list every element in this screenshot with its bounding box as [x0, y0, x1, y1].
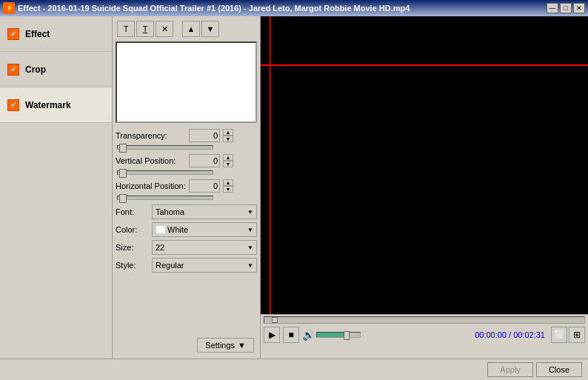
view-fullscreen-icon: ⊞: [573, 330, 581, 340]
settings-bar: Settings ▼: [116, 335, 257, 356]
time-separator: /: [507, 330, 513, 339]
main-content: ✓ Effect ✓ Crop ✓ Watermark T T: [0, 16, 588, 359]
style-value: Regular: [156, 261, 184, 270]
app-icon: ⚡: [3, 2, 15, 14]
delete-icon: ✕: [161, 24, 168, 34]
sidebar-label-crop: Crop: [25, 64, 46, 75]
close-button[interactable]: Close: [536, 362, 582, 377]
transparency-input[interactable]: [189, 129, 220, 142]
progress-thumb[interactable]: [272, 317, 278, 323]
progress-bar[interactable]: [264, 316, 585, 324]
play-icon: ▶: [269, 330, 275, 340]
crop-checkbox[interactable]: ✓: [7, 64, 19, 76]
toolbar: T T ✕ ▲ ▼: [116, 19, 257, 39]
red-line-horizontal-bottom: [261, 65, 588, 66]
arrow-up-icon: ▲: [187, 24, 196, 33]
text-underline-icon: T: [143, 24, 148, 33]
volume-thumb[interactable]: [344, 331, 350, 340]
horizontal-down[interactable]: ▼: [223, 186, 233, 193]
view-normal-button[interactable]: ⬜: [551, 327, 567, 343]
settings-button[interactable]: Settings ▼: [197, 338, 254, 353]
transparency-spinners: ▲ ▼: [223, 129, 233, 142]
footer: Apply Close: [0, 359, 588, 380]
move-up-button[interactable]: ▲: [182, 21, 200, 37]
vertical-input[interactable]: [189, 154, 220, 167]
transparency-slider-thumb[interactable]: [119, 144, 127, 153]
color-value: White: [167, 225, 188, 234]
stop-icon: ■: [288, 330, 293, 340]
horizontal-slider-track[interactable]: [117, 196, 213, 200]
transparency-label: Transparency:: [116, 131, 186, 140]
transparency-down[interactable]: ▼: [223, 136, 233, 142]
window-title: Effect - 2016-01-19 Suicide Squad Offici…: [18, 4, 410, 13]
window-controls: — □ ✕: [547, 3, 585, 13]
horizontal-slider-row: [116, 196, 257, 200]
color-swatch: [156, 225, 166, 234]
sidebar-label-watermark: Watermark: [25, 100, 71, 110]
title-bar: ⚡ Effect - 2016-01-19 Suicide Squad Offi…: [0, 0, 588, 16]
font-dropdown-arrow: ▼: [247, 209, 253, 216]
middle-panel: T T ✕ ▲ ▼ Transparency:: [113, 16, 261, 359]
transparency-up[interactable]: ▲: [223, 129, 233, 136]
vertical-up[interactable]: ▲: [223, 154, 233, 161]
video-area: [261, 16, 588, 314]
text-underline-button[interactable]: T: [136, 21, 154, 37]
maximize-button[interactable]: □: [560, 3, 572, 13]
app-container: ✓ Effect ✓ Crop ✓ Watermark T T: [0, 16, 588, 380]
font-value: Tahoma: [156, 207, 184, 216]
play-button[interactable]: ▶: [264, 327, 280, 343]
vertical-down[interactable]: ▼: [223, 161, 233, 167]
sidebar-label-effect: Effect: [25, 29, 50, 39]
text-tool-button[interactable]: T: [117, 21, 135, 37]
color-select[interactable]: White ▼: [152, 222, 257, 237]
time-total: 00:02:31: [513, 330, 545, 339]
text-icon: T: [124, 24, 129, 33]
volume-bar[interactable]: [316, 332, 361, 338]
video-panel: ▶ ■ 🔊 00:00:00 / 00:02:31: [261, 16, 588, 359]
style-row: Style: Regular ▼: [116, 258, 257, 273]
settings-arrow-icon: ▼: [238, 341, 246, 350]
arrow-down-icon: ▼: [207, 24, 215, 33]
view-buttons: ⬜ ⊞: [551, 327, 585, 343]
settings-label: Settings: [205, 341, 235, 350]
vertical-row: Vertical Position: ▲ ▼: [116, 154, 257, 167]
sidebar-item-effect[interactable]: ✓ Effect: [0, 16, 112, 52]
vertical-slider-thumb[interactable]: [119, 169, 127, 178]
watermark-checkbox[interactable]: ✓: [7, 99, 19, 111]
move-down-button[interactable]: ▼: [201, 21, 219, 37]
controls-row: ▶ ■ 🔊 00:00:00 / 00:02:31: [264, 327, 585, 343]
style-label: Style:: [116, 261, 149, 270]
transparency-slider-track[interactable]: [117, 145, 213, 150]
stop-button[interactable]: ■: [283, 327, 299, 343]
horizontal-up[interactable]: ▲: [223, 179, 233, 186]
volume-area: 🔊: [302, 329, 361, 341]
size-label: Size:: [116, 243, 149, 252]
style-select[interactable]: Regular ▼: [152, 258, 257, 273]
effect-checkbox[interactable]: ✓: [7, 28, 19, 40]
volume-fill: [317, 333, 347, 337]
volume-icon: 🔊: [302, 329, 315, 341]
horizontal-input[interactable]: [189, 179, 220, 193]
sidebar-item-crop[interactable]: ✓ Crop: [0, 52, 112, 87]
apply-button[interactable]: Apply: [487, 362, 533, 377]
sidebar: ✓ Effect ✓ Crop ✓ Watermark: [0, 16, 113, 359]
font-label: Font:: [116, 207, 149, 216]
time-current: 00:00:00: [475, 330, 507, 339]
transparency-row: Transparency: ▲ ▼: [116, 129, 257, 142]
size-select[interactable]: 22 ▼: [152, 240, 257, 255]
size-dropdown-arrow: ▼: [247, 244, 253, 251]
minimize-button[interactable]: —: [547, 3, 558, 13]
font-select[interactable]: Tahoma ▼: [152, 204, 257, 219]
size-row: Size: 22 ▼: [116, 240, 257, 255]
delete-button[interactable]: ✕: [156, 21, 173, 37]
color-label: Color:: [116, 225, 149, 234]
color-row: Color: White ▼: [116, 222, 257, 237]
size-value: 22: [156, 243, 164, 252]
vertical-slider-track[interactable]: [117, 170, 213, 175]
view-fullscreen-button[interactable]: ⊞: [569, 327, 585, 343]
horizontal-slider-thumb[interactable]: [119, 194, 127, 203]
red-line-vertical: [270, 16, 270, 314]
color-dropdown-arrow: ▼: [247, 227, 253, 233]
sidebar-item-watermark[interactable]: ✓ Watermark: [0, 87, 112, 123]
close-window-button[interactable]: ✕: [573, 3, 585, 13]
